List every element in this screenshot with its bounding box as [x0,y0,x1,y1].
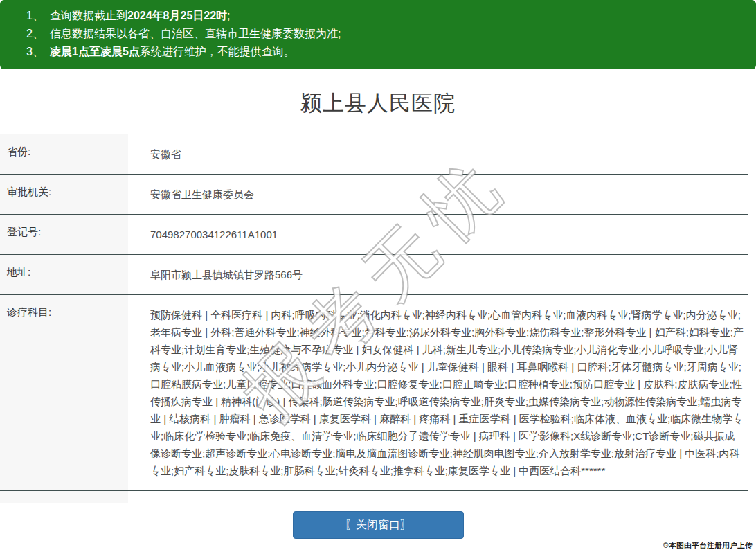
table-row-address: 地址: 阜阳市颍上县慎城镇甘罗路566号 [0,255,748,295]
table-row-departments: 诊疗科目: 预防保健科 | 全科医疗科 | 内科;呼吸内科专业;消化内科专业;神… [0,295,748,491]
row-label [0,491,128,503]
row-value: 阜阳市颍上县慎城镇甘罗路566号 [128,255,748,294]
row-label: 地址: [0,255,128,294]
hospital-info-table: 省份: 安徽省 审批机关: 安徽省卫生健康委员会 登记号: 7049827003… [0,134,748,503]
row-label: 登记号: [0,215,128,254]
notice-text: 凌晨1点至凌晨5点系统进行维护，不能提供查询。 [50,43,295,61]
table-row-approval-authority: 审批机关: 安徽省卫生健康委员会 [0,175,748,215]
button-bar: 〖关闭窗口〗 [0,511,756,539]
notice-banner: 1、 查询数据截止到2024年8月25日22时; 2、 信息数据结果以各省、自治… [0,0,756,69]
notice-line-1: 1、 查询数据截止到2024年8月25日22时; [14,7,742,25]
table-row-partial [0,491,748,503]
notice-number: 1、 [26,7,50,25]
table-row-registration-number: 登记号: 70498270034122611A1001 [0,215,748,255]
row-value: 70498270034122611A1001 [128,215,748,254]
notice-number: 2、 [26,25,50,43]
notice-number: 3、 [26,43,50,61]
row-label: 省份: [0,134,128,174]
row-value: 预防保健科 | 全科医疗科 | 内科;呼吸内科专业;消化内科专业;神经内科专业;… [128,295,748,490]
copyright-note: ©本图由平台注册用户上传 [663,541,753,551]
row-label: 审批机关: [0,175,128,214]
close-window-button[interactable]: 〖关闭窗口〗 [293,511,464,539]
table-row-province: 省份: 安徽省 [0,134,748,175]
row-value: 安徽省 [128,134,748,174]
row-value [128,491,748,503]
notice-line-3: 3、 凌晨1点至凌晨5点系统进行维护，不能提供查询。 [14,43,742,61]
row-value: 安徽省卫生健康委员会 [128,175,748,214]
notice-line-2: 2、 信息数据结果以各省、自治区、直辖市卫生健康委数据为准; [14,25,742,43]
notice-text: 查询数据截止到2024年8月25日22时; [50,7,231,25]
notice-text: 信息数据结果以各省、自治区、直辖市卫生健康委数据为准; [50,25,341,43]
page-title: 颍上县人民医院 [0,89,756,118]
row-label: 诊疗科目: [0,295,128,490]
